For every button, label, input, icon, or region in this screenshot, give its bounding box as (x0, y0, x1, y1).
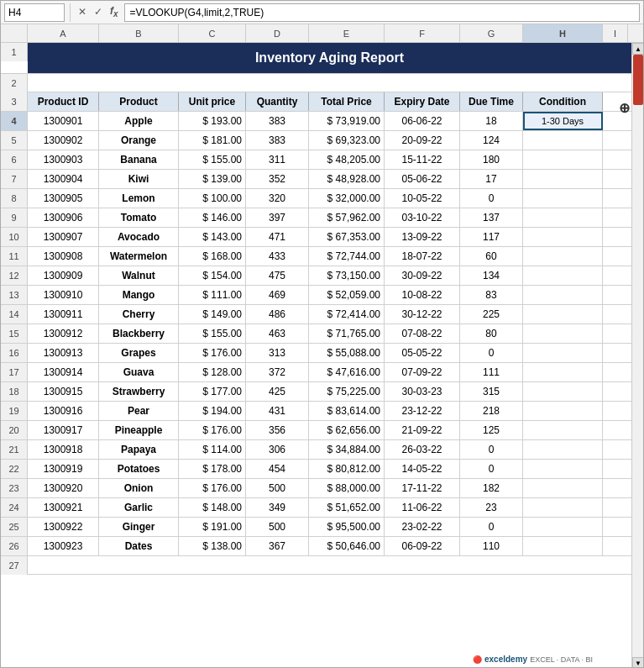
cell-expiry-date[interactable]: 06-06-22 (385, 112, 460, 130)
cell-condition[interactable] (523, 518, 603, 536)
cell-quantity[interactable]: 471 (246, 228, 309, 246)
cell-product[interactable]: Avocado (99, 228, 179, 246)
cell-total-price[interactable]: $ 69,323.00 (309, 131, 385, 150)
col-header-f[interactable]: F (385, 24, 460, 42)
cell-product[interactable]: Strawberry (99, 382, 179, 401)
cell-product-id[interactable]: 1300910 (28, 286, 99, 304)
table-row[interactable]: 18 1300915 Strawberry $ 177.00 425 $ 75,… (1, 382, 631, 402)
table-row[interactable]: 24 1300921 Garlic $ 148.00 349 $ 51,652.… (1, 498, 631, 518)
cell-total-price[interactable]: $ 95,500.00 (309, 518, 385, 536)
cell-quantity[interactable]: 500 (246, 518, 309, 536)
cell-unit-price[interactable]: $ 149.00 (179, 305, 246, 323)
table-row[interactable]: 13 1300910 Mango $ 111.00 469 $ 52,059.0… (1, 286, 631, 305)
cell-due-time[interactable]: 117 (460, 228, 523, 246)
formula-input[interactable]: =VLOOKUP(G4,limit,2,TRUE) (124, 3, 640, 22)
cell-total-price[interactable]: $ 71,765.00 (309, 324, 385, 343)
cell-product-id[interactable]: 1300921 (28, 498, 99, 517)
cell-product[interactable]: Pear (99, 402, 179, 420)
cell-due-time[interactable]: 125 (460, 421, 523, 439)
cell-total-price[interactable]: $ 51,652.00 (309, 498, 385, 517)
cell-quantity[interactable]: 372 (246, 363, 309, 381)
table-row[interactable]: 19 1300916 Pear $ 194.00 431 $ 83,614.00… (1, 402, 631, 421)
cell-condition[interactable] (523, 382, 603, 401)
cell-quantity[interactable]: 500 (246, 479, 309, 497)
table-row[interactable]: 23 1300920 Onion $ 176.00 500 $ 88,000.0… (1, 479, 631, 498)
cell-product[interactable]: Grapes (99, 344, 179, 362)
cell-expiry-date[interactable]: 23-02-22 (385, 518, 460, 536)
cell-condition[interactable] (523, 479, 603, 497)
cell-quantity[interactable]: 469 (246, 286, 309, 304)
cell-due-time[interactable]: 60 (460, 247, 523, 266)
cell-expiry-date[interactable]: 15-11-22 (385, 150, 460, 169)
cell-total-price[interactable]: $ 83,614.00 (309, 402, 385, 420)
cell-total-price[interactable]: $ 80,812.00 (309, 460, 385, 478)
cell-expiry-date[interactable]: 13-09-22 (385, 228, 460, 246)
cell-product-id[interactable]: 1300922 (28, 518, 99, 536)
cell-total-price[interactable]: $ 34,884.00 (309, 440, 385, 459)
cell-unit-price[interactable]: $ 194.00 (179, 402, 246, 420)
table-row[interactable]: 21 1300918 Papaya $ 114.00 306 $ 34,884.… (1, 440, 631, 460)
cell-quantity[interactable]: 356 (246, 421, 309, 439)
cell-condition[interactable] (523, 460, 603, 478)
cell-total-price[interactable]: $ 52,059.00 (309, 286, 385, 304)
cell-quantity[interactable]: 463 (246, 324, 309, 343)
cell-due-time[interactable]: 218 (460, 402, 523, 420)
cell-quantity[interactable]: 306 (246, 440, 309, 459)
cell-product[interactable]: Walnut (99, 266, 179, 285)
cell-condition[interactable] (523, 189, 603, 208)
cell-unit-price[interactable]: $ 181.00 (179, 131, 246, 150)
scrollbar-thumb[interactable] (633, 55, 643, 105)
cell-total-price[interactable]: $ 55,088.00 (309, 344, 385, 362)
cell-unit-price[interactable]: $ 111.00 (179, 286, 246, 304)
cell-unit-price[interactable]: $ 148.00 (179, 498, 246, 517)
cell-quantity[interactable]: 431 (246, 402, 309, 420)
cell-total-price[interactable]: $ 48,205.00 (309, 150, 385, 169)
cell-quantity[interactable]: 486 (246, 305, 309, 323)
cell-expiry-date[interactable]: 18-07-22 (385, 247, 460, 266)
cell-product-id[interactable]: 1300917 (28, 421, 99, 439)
cell-condition[interactable] (523, 228, 603, 246)
cell-due-time[interactable]: 111 (460, 363, 523, 381)
cell-product[interactable]: Potatoes (99, 460, 179, 478)
cell-expiry-date[interactable]: 07-09-22 (385, 363, 460, 381)
cell-quantity[interactable]: 475 (246, 266, 309, 285)
cell-total-price[interactable]: $ 73,919.00 (309, 112, 385, 130)
cell-expiry-date[interactable]: 10-05-22 (385, 189, 460, 208)
cell-condition[interactable] (523, 247, 603, 266)
cell-total-price[interactable]: $ 50,646.00 (309, 537, 385, 555)
cell-product-id[interactable]: 1300923 (28, 537, 99, 555)
cell-product[interactable]: Kiwi (99, 170, 179, 188)
cell-product[interactable]: Apple (99, 112, 179, 130)
cell-due-time[interactable]: 225 (460, 305, 523, 323)
cell-product[interactable]: Lemon (99, 189, 179, 208)
cell-due-time[interactable]: 315 (460, 382, 523, 401)
cell-due-time[interactable]: 180 (460, 150, 523, 169)
table-row[interactable]: 25 1300922 Ginger $ 191.00 500 $ 95,500.… (1, 518, 631, 537)
col-header-a[interactable]: A (28, 24, 99, 42)
cell-unit-price[interactable]: $ 154.00 (179, 266, 246, 285)
cell-product-id[interactable]: 1300914 (28, 363, 99, 381)
cell-expiry-date[interactable]: 07-08-22 (385, 324, 460, 343)
cell-condition[interactable] (523, 402, 603, 420)
cell-unit-price[interactable]: $ 176.00 (179, 421, 246, 439)
cell-product-id[interactable]: 1300915 (28, 382, 99, 401)
table-row[interactable]: 10 1300907 Avocado $ 143.00 471 $ 67,353… (1, 228, 631, 247)
cell-due-time[interactable]: 137 (460, 208, 523, 227)
cell-product[interactable]: Tomato (99, 208, 179, 227)
cell-expiry-date[interactable]: 30-03-23 (385, 382, 460, 401)
table-row[interactable]: 8 1300905 Lemon $ 100.00 320 $ 32,000.00… (1, 189, 631, 208)
cell-product[interactable]: Onion (99, 479, 179, 497)
cell-due-time[interactable]: 17 (460, 170, 523, 188)
cell-due-time[interactable]: 0 (460, 344, 523, 362)
cell-product[interactable]: Banana (99, 150, 179, 169)
cell-quantity[interactable]: 397 (246, 208, 309, 227)
cell-expiry-date[interactable]: 17-11-22 (385, 479, 460, 497)
cell-unit-price[interactable]: $ 176.00 (179, 479, 246, 497)
cell-due-time[interactable]: 0 (460, 189, 523, 208)
cell-total-price[interactable]: $ 57,962.00 (309, 208, 385, 227)
cell-due-time[interactable]: 18 (460, 112, 523, 130)
cell-reference-box[interactable]: H4 (4, 3, 65, 22)
cell-condition[interactable] (523, 498, 603, 517)
cell-expiry-date[interactable]: 11-06-22 (385, 498, 460, 517)
vertical-scrollbar[interactable]: ▲ ▼ (631, 43, 643, 668)
